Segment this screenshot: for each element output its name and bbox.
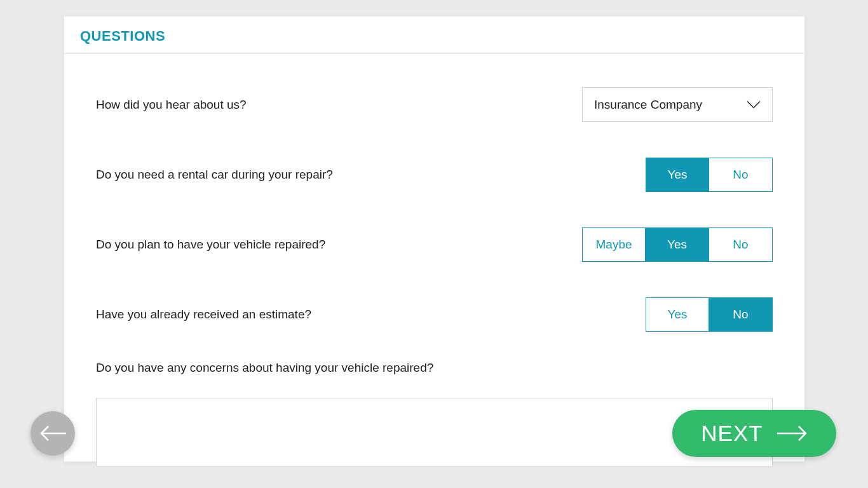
question-label: Do you have any concerns about having yo… xyxy=(96,361,773,375)
arrow-left-icon xyxy=(39,425,66,442)
select-value: Insurance Company xyxy=(594,98,702,112)
question-plan-repair: Do you plan to have your vehicle repaire… xyxy=(96,227,773,262)
question-label: Do you need a rental car during your rep… xyxy=(96,168,333,182)
question-label: Have you already received an estimate? xyxy=(96,308,311,322)
received-estimate-segmented: Yes No xyxy=(646,297,773,332)
question-concerns: Do you have any concerns about having yo… xyxy=(96,361,773,469)
plan-repair-no-button[interactable]: No xyxy=(709,227,773,262)
question-received-estimate: Have you already received an estimate? Y… xyxy=(96,297,773,332)
hear-about-us-select[interactable]: Insurance Company xyxy=(582,87,773,122)
next-button[interactable]: NEXT xyxy=(672,410,836,457)
questions-card: QUESTIONS How did you hear about us? Ins… xyxy=(64,16,805,462)
received-estimate-no-button[interactable]: No xyxy=(709,297,773,332)
rental-car-yes-button[interactable]: Yes xyxy=(646,158,709,192)
question-label: How did you hear about us? xyxy=(96,98,247,112)
back-button[interactable] xyxy=(31,411,75,456)
rental-car-segmented: Yes No xyxy=(646,158,773,192)
concerns-textarea[interactable] xyxy=(96,398,773,466)
question-rental-car: Do you need a rental car during your rep… xyxy=(96,158,773,192)
question-hear-about-us: How did you hear about us? Insurance Com… xyxy=(96,87,773,122)
plan-repair-segmented: Maybe Yes No xyxy=(582,227,773,262)
rental-car-no-button[interactable]: No xyxy=(709,158,773,192)
plan-repair-yes-button[interactable]: Yes xyxy=(646,227,709,262)
arrow-right-icon xyxy=(777,425,808,442)
question-label: Do you plan to have your vehicle repaire… xyxy=(96,238,325,252)
next-button-label: NEXT xyxy=(701,421,763,446)
card-title: QUESTIONS xyxy=(80,28,789,44)
chevron-down-icon xyxy=(747,100,761,109)
plan-repair-maybe-button[interactable]: Maybe xyxy=(582,227,646,262)
received-estimate-yes-button[interactable]: Yes xyxy=(646,297,709,332)
card-header: QUESTIONS xyxy=(64,17,804,54)
